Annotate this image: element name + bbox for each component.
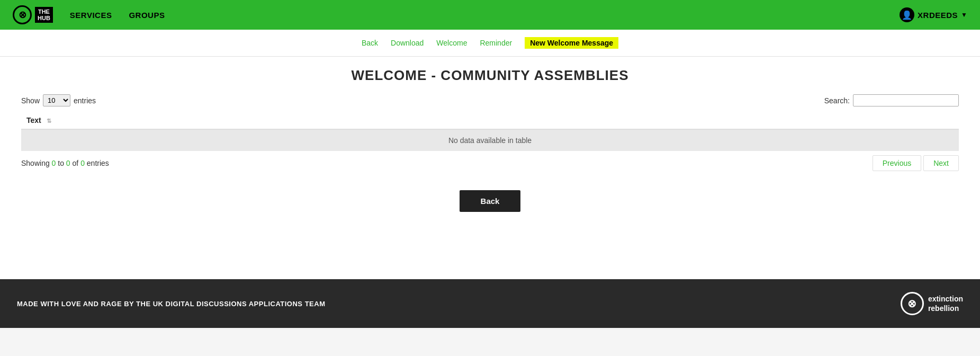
sub-nav: Back Download Welcome Reminder New Welco… xyxy=(0,30,980,57)
subnav-back[interactable]: Back xyxy=(362,39,378,47)
pagination-suffix: entries xyxy=(85,159,109,167)
subnav-reminder[interactable]: Reminder xyxy=(480,39,512,47)
table-header-row: Text ⇅ xyxy=(21,112,959,129)
sort-icon: ⇅ xyxy=(47,118,51,124)
col-text[interactable]: Text ⇅ xyxy=(21,112,959,129)
subnav-welcome[interactable]: Welcome xyxy=(436,39,467,47)
pagination-to: 0 xyxy=(66,159,70,167)
entries-suffix: entries xyxy=(74,96,96,105)
no-data-cell: No data available in table xyxy=(21,129,959,151)
of-label: of xyxy=(70,159,80,167)
user-menu[interactable]: 👤 XRDEEDS ▼ xyxy=(900,7,967,22)
table-no-data-row: No data available in table xyxy=(21,129,959,151)
header: ⊗ THE HUB SERVICES GROUPS 👤 XRDEEDS ▼ xyxy=(0,0,980,30)
next-button[interactable]: Next xyxy=(923,155,959,171)
nav-groups[interactable]: GROUPS xyxy=(129,11,165,20)
show-entries-control: Show 10 25 50 100 entries xyxy=(21,94,96,106)
search-label: Search: xyxy=(824,96,850,105)
user-avatar-icon: 👤 xyxy=(900,7,914,22)
footer-text: MADE WITH LOVE AND RAGE BY THE UK DIGITA… xyxy=(17,300,325,308)
main-content: WELCOME - COMMUNITY ASSEMBLIES Show 10 2… xyxy=(0,57,980,279)
showing-prefix: Showing xyxy=(21,159,52,167)
subnav-new-welcome-message[interactable]: New Welcome Message xyxy=(525,37,618,49)
back-button[interactable]: Back xyxy=(460,190,521,212)
to-label: to xyxy=(56,159,66,167)
previous-button[interactable]: Previous xyxy=(873,155,921,171)
pagination-total: 0 xyxy=(80,159,85,167)
footer-logo-text: extinction rebellion xyxy=(928,294,963,313)
col-text-label: Text xyxy=(26,116,41,124)
header-left: ⊗ THE HUB SERVICES GROUPS xyxy=(13,5,165,24)
logo-hub: THE HUB xyxy=(35,7,53,23)
footer-logo: ⊗ extinction rebellion xyxy=(901,292,963,315)
back-btn-container: Back xyxy=(21,190,959,212)
nav-services[interactable]: SERVICES xyxy=(70,11,112,20)
search-input[interactable] xyxy=(853,94,959,106)
username-label: XRDEEDS xyxy=(918,11,958,20)
data-table: Text ⇅ No data available in table xyxy=(21,112,959,151)
logo-circle-icon: ⊗ xyxy=(13,5,32,24)
table-controls: Show 10 25 50 100 entries Search: xyxy=(21,94,959,106)
pagination-info: Showing 0 to 0 of 0 entries xyxy=(21,159,109,167)
chevron-down-icon: ▼ xyxy=(961,11,967,19)
subnav-download[interactable]: Download xyxy=(391,39,424,47)
search-box: Search: xyxy=(824,94,959,106)
pagination-row: Showing 0 to 0 of 0 entries Previous Nex… xyxy=(21,155,959,171)
footer-logo-circle-icon: ⊗ xyxy=(901,292,924,315)
entries-select[interactable]: 10 25 50 100 xyxy=(43,94,70,106)
pagination-buttons: Previous Next xyxy=(873,155,959,171)
footer: MADE WITH LOVE AND RAGE BY THE UK DIGITA… xyxy=(0,279,980,328)
logo[interactable]: ⊗ THE HUB xyxy=(13,5,53,24)
show-label: Show xyxy=(21,96,40,105)
page-title: WELCOME - COMMUNITY ASSEMBLIES xyxy=(21,67,959,84)
